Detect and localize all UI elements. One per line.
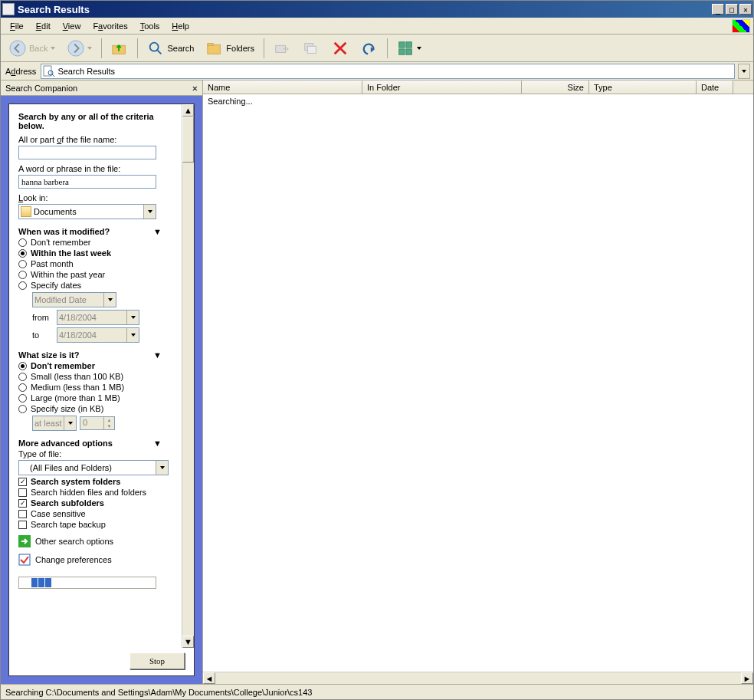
svg-rect-12 bbox=[399, 48, 405, 54]
svg-rect-10 bbox=[399, 41, 405, 47]
column-type[interactable]: Type bbox=[589, 81, 697, 94]
filename-input[interactable] bbox=[18, 146, 156, 159]
results-hscrollbar[interactable]: ◄ ► bbox=[203, 672, 753, 684]
typeof-select[interactable]: (All Files and Folders) bbox=[18, 460, 169, 475]
menu-bar: File Edit View Favorites Tools Help bbox=[1, 18, 753, 35]
modified-heading[interactable]: When was it modified? ▼ bbox=[18, 227, 175, 236]
address-box[interactable]: Search Results bbox=[41, 64, 735, 79]
checkbox-icon bbox=[18, 510, 27, 518]
back-button[interactable]: Back bbox=[4, 37, 61, 60]
adv-check-4[interactable]: Search tape backup bbox=[18, 520, 175, 529]
stop-button[interactable]: Stop bbox=[129, 652, 185, 669]
column-headers: NameIn FolderSizeTypeDate bbox=[203, 81, 753, 94]
windows-flag-icon bbox=[732, 19, 750, 33]
column-name[interactable]: Name bbox=[203, 81, 362, 94]
folders-button[interactable]: Folders bbox=[201, 37, 260, 60]
companion-scrollbar[interactable]: ▲ ▼ bbox=[182, 104, 194, 648]
column-size[interactable]: Size bbox=[522, 81, 589, 94]
address-bar: Address Search Results bbox=[1, 62, 753, 81]
size-radio-0[interactable]: Don't remember bbox=[18, 361, 175, 370]
radio-icon bbox=[18, 362, 27, 370]
search-result-icon bbox=[43, 65, 55, 77]
radio-icon bbox=[18, 260, 27, 268]
datetype-select[interactable]: Modified Date bbox=[32, 292, 116, 307]
folders-icon bbox=[206, 40, 223, 57]
chevron-down-icon bbox=[417, 47, 421, 50]
search-button[interactable]: Search bbox=[142, 37, 199, 60]
lookin-label: Look in: bbox=[18, 193, 175, 202]
svg-line-4 bbox=[157, 49, 162, 54]
adv-check-2[interactable]: ✓Search subfolders bbox=[18, 498, 175, 508]
address-dropdown-button[interactable] bbox=[738, 64, 750, 79]
companion-close-button[interactable]: ✕ bbox=[192, 83, 198, 94]
back-arrow-icon bbox=[9, 40, 26, 57]
size-radio-3[interactable]: Large (more than 1 MB) bbox=[18, 393, 175, 403]
column-date[interactable]: Date bbox=[697, 81, 733, 94]
checkbox-icon bbox=[18, 488, 27, 497]
modified-radio-0[interactable]: Don't remember bbox=[18, 238, 175, 247]
delete-button[interactable] bbox=[326, 37, 354, 60]
svg-point-0 bbox=[10, 40, 25, 55]
modified-radio-1[interactable]: Within the last week bbox=[18, 248, 175, 258]
radio-icon bbox=[18, 373, 27, 381]
address-label: Address bbox=[4, 67, 38, 76]
size-radio-4[interactable]: Specify size (in KB) bbox=[18, 404, 175, 413]
views-button[interactable] bbox=[392, 37, 427, 60]
copy-to-button[interactable] bbox=[297, 37, 325, 60]
address-value: Search Results bbox=[57, 67, 115, 76]
from-label: from bbox=[32, 313, 52, 322]
modified-radio-4[interactable]: Specify dates bbox=[18, 281, 175, 290]
lookin-select[interactable]: Documents bbox=[18, 204, 156, 219]
up-button[interactable] bbox=[106, 37, 133, 60]
collapse-icon: ▼ bbox=[153, 227, 162, 236]
maximize-button[interactable]: □ bbox=[726, 4, 738, 15]
toolbar: Back Search Folders bbox=[1, 35, 753, 62]
modified-radio-2[interactable]: Past month bbox=[18, 259, 175, 268]
phrase-input[interactable] bbox=[18, 175, 156, 189]
search-companion-panel: Search Companion ✕ Search by any or all … bbox=[1, 81, 203, 684]
undo-icon bbox=[361, 40, 378, 57]
change-prefs-link[interactable]: Change preferences bbox=[18, 554, 175, 566]
menu-file[interactable]: File bbox=[4, 20, 30, 32]
title-bar: Search Results _ □ ✕ bbox=[1, 1, 753, 18]
adv-check-0[interactable]: ✓Search system folders bbox=[18, 477, 175, 486]
from-date-input[interactable]: 4/18/2004 bbox=[57, 310, 139, 325]
size-heading[interactable]: What size is it? ▼ bbox=[18, 350, 175, 360]
other-options-link[interactable]: Other search options bbox=[18, 535, 175, 547]
status-bar: Searching C:\Documents and Settings\Adam… bbox=[1, 684, 753, 699]
preferences-icon bbox=[18, 554, 31, 566]
app-icon bbox=[2, 3, 15, 15]
size-value-spinner[interactable]: 0 ▲▼ bbox=[80, 416, 115, 430]
adv-check-3[interactable]: Case sensitive bbox=[18, 509, 175, 518]
column-in-folder[interactable]: In Folder bbox=[362, 81, 522, 94]
menu-edit[interactable]: Edit bbox=[30, 20, 57, 32]
to-date-input[interactable]: 4/18/2004 bbox=[57, 327, 139, 343]
size-radio-1[interactable]: Small (less than 100 KB) bbox=[18, 372, 175, 381]
companion-scroll-area: Search by any or all of the criteria bel… bbox=[9, 104, 194, 648]
adv-check-1[interactable]: Search hidden files and folders bbox=[18, 488, 175, 497]
menu-tools[interactable]: Tools bbox=[134, 20, 166, 32]
companion-intro: Search by any or all of the criteria bel… bbox=[18, 112, 175, 130]
modified-radio-3[interactable]: Within the past year bbox=[18, 270, 175, 279]
menu-favorites[interactable]: Favorites bbox=[87, 20, 133, 32]
minimize-button[interactable]: _ bbox=[712, 4, 724, 15]
undo-button[interactable] bbox=[356, 37, 383, 60]
menu-help[interactable]: Help bbox=[166, 20, 195, 32]
size-qualifier-select[interactable]: at least bbox=[32, 416, 77, 431]
results-pane: NameIn FolderSizeTypeDate Searching... ◄… bbox=[203, 81, 753, 684]
svg-rect-11 bbox=[406, 41, 411, 47]
to-label: to bbox=[32, 330, 52, 340]
svg-rect-5 bbox=[208, 44, 221, 54]
forward-button[interactable] bbox=[62, 37, 97, 60]
close-button[interactable]: ✕ bbox=[739, 4, 752, 15]
size-radio-2[interactable]: Medium (less than 1 MB) bbox=[18, 383, 175, 392]
phrase-label: A word or phrase in the file: bbox=[18, 164, 175, 173]
menu-view[interactable]: View bbox=[57, 20, 87, 32]
svg-rect-13 bbox=[406, 48, 411, 54]
companion-header: Search Companion ✕ bbox=[1, 81, 202, 96]
checkbox-icon: ✓ bbox=[18, 499, 27, 508]
move-to-button[interactable] bbox=[268, 37, 296, 60]
radio-icon bbox=[18, 238, 27, 247]
svg-line-16 bbox=[52, 74, 54, 77]
advanced-heading[interactable]: More advanced options ▼ bbox=[18, 439, 175, 448]
